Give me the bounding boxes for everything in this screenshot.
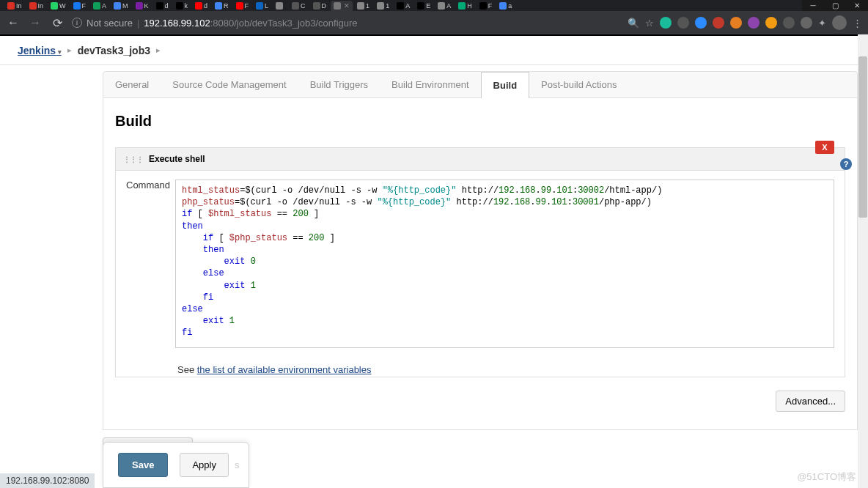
window-controls: ─ ▢ ✕ (802, 0, 868, 11)
url-path: /job/devTask3_job3/configure (234, 18, 357, 29)
step-title: Execute shell (149, 154, 205, 164)
star-icon[interactable]: ☆ (645, 18, 654, 29)
command-label: Command (126, 180, 166, 348)
breadcrumb-job[interactable]: devTask3_job3 (78, 45, 150, 56)
browser-tab[interactable]: E (414, 1, 433, 11)
ext-icon[interactable] (801, 17, 812, 29)
reload-button[interactable]: ⟳ (50, 15, 65, 30)
build-section: Build X ? ⋮⋮⋮ Execute shell Command html… (103, 98, 858, 430)
forward-button[interactable]: → (28, 15, 43, 30)
browser-tab[interactable]: W (48, 1, 69, 11)
ext-icon[interactable] (713, 17, 724, 29)
info-icon: i (72, 18, 82, 28)
window-close[interactable]: ✕ (846, 0, 868, 11)
browser-tab[interactable] (273, 1, 287, 11)
browser-tab[interactable]: R (212, 1, 232, 11)
url-host: 192.168.99.102 (144, 18, 210, 29)
delete-step-button[interactable]: X (815, 141, 834, 154)
ext-icon[interactable] (730, 17, 742, 29)
watermark: @51CTO博客 (797, 470, 856, 484)
browser-tab[interactable]: L (253, 1, 271, 11)
browser-tab[interactable]: In (4, 1, 25, 11)
ext-icon[interactable] (765, 17, 777, 29)
address-bar: ← → ⟳ i Not secure | 192.168.99.102:8080… (0, 11, 868, 34)
menu-icon[interactable]: ⋮ (853, 18, 862, 29)
apply-button[interactable]: Apply (180, 453, 229, 477)
build-step-execute-shell: X ? ⋮⋮⋮ Execute shell Command html_statu… (115, 147, 845, 377)
page-content: GeneralSource Code ManagementBuild Trigg… (0, 65, 858, 488)
browser-tab[interactable]: In (26, 1, 47, 11)
breadcrumb: Jenkins ▸ devTask3_job3 ▸ (0, 36, 868, 65)
browser-tab[interactable]: F (233, 1, 252, 11)
config-tabs: GeneralSource Code ManagementBuild Trigg… (103, 71, 858, 98)
advanced-button[interactable]: Advanced... (776, 391, 845, 412)
browser-tab[interactable]: D (310, 1, 330, 11)
config-tab-source-code-management[interactable]: Source Code Management (161, 72, 298, 97)
config-tab-build-environment[interactable]: Build Environment (380, 72, 481, 97)
ext-icon[interactable] (783, 17, 795, 29)
config-tab-build-triggers[interactable]: Build Triggers (298, 72, 380, 97)
save-footer: Save Apply s (103, 442, 249, 488)
chevron-right-icon: ▸ (67, 45, 72, 55)
chevron-right-icon: ▸ (156, 45, 161, 55)
ext-icon[interactable] (677, 17, 689, 29)
security-label: Not secure (87, 18, 133, 29)
scrollbar-thumb[interactable] (858, 56, 867, 218)
section-title: Build (115, 113, 845, 130)
browser-tab[interactable]: 1 (354, 1, 372, 11)
config-tab-post-build-actions[interactable]: Post-build Actions (529, 72, 628, 97)
browser-tab[interactable]: d (192, 1, 210, 11)
browser-tab[interactable]: C (289, 1, 309, 11)
url-box[interactable]: i Not secure | 192.168.99.102:8080/job/d… (72, 18, 620, 29)
status-bar: 192.168.99.102:8080 (0, 473, 95, 488)
drag-handle-icon[interactable]: ⋮⋮⋮ (123, 155, 143, 163)
profile-avatar[interactable] (832, 15, 847, 30)
back-button[interactable]: ← (6, 15, 21, 30)
step-header: ⋮⋮⋮ Execute shell (116, 148, 845, 171)
browser-tab[interactable]: ✕ (331, 1, 353, 11)
browser-tab[interactable]: H (455, 1, 475, 11)
browser-tab[interactable]: A (394, 1, 413, 11)
ext-icon[interactable] (695, 17, 707, 29)
browser-tab[interactable]: d (153, 1, 172, 11)
browser-tab-strip: InInWFAMKdkdRFLCD✕11AEAHFa + (0, 0, 868, 11)
help-icon[interactable]: ? (840, 158, 852, 170)
config-tab-general[interactable]: General (103, 72, 161, 97)
ext-icon[interactable] (660, 17, 672, 29)
extensions-icon[interactable]: ✦ (818, 18, 826, 29)
command-textarea[interactable]: html_status=$(curl -o /dev/null -s -w "%… (175, 180, 834, 348)
browser-tab[interactable]: k (173, 1, 191, 11)
browser-tab[interactable]: a (496, 1, 515, 11)
zoom-icon[interactable]: 🔍 (628, 18, 639, 29)
extension-icons: 🔍 ☆ ✦ ⋮ (628, 15, 862, 30)
breadcrumb-root[interactable]: Jenkins (18, 45, 62, 56)
browser-tab[interactable]: A (90, 1, 109, 11)
ext-icon[interactable] (748, 17, 760, 29)
browser-tab[interactable]: M (111, 1, 131, 11)
window-minimize[interactable]: ─ (802, 0, 824, 11)
close-tab-icon[interactable]: ✕ (344, 2, 350, 10)
url-port: :8080 (210, 18, 235, 29)
browser-tab[interactable]: F (477, 1, 496, 11)
browser-tab[interactable]: A (435, 1, 454, 11)
env-variables-note: See the list of available environment va… (116, 357, 845, 377)
vertical-scrollbar[interactable] (858, 34, 868, 488)
browser-tab[interactable]: K (133, 1, 152, 11)
config-tab-build[interactable]: Build (481, 72, 530, 98)
window-maximize[interactable]: ▢ (824, 0, 846, 11)
save-button[interactable]: Save (118, 453, 168, 477)
browser-tab[interactable]: F (70, 1, 89, 11)
env-variables-link[interactable]: the list of available environment variab… (197, 364, 372, 375)
browser-tab[interactable]: 1 (374, 1, 392, 11)
